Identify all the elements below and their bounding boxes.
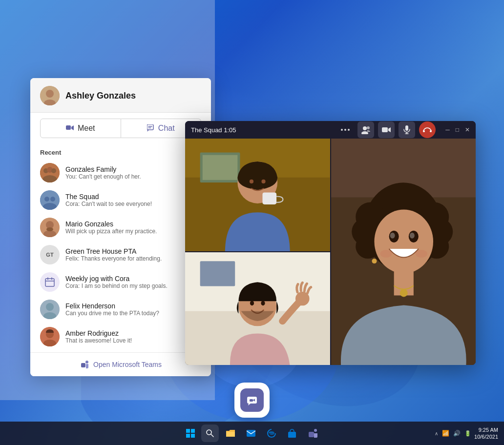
svg-rect-8: [66, 125, 71, 130]
svg-rect-44: [405, 125, 408, 131]
chat-name: Green Tree House PTA: [65, 247, 201, 255]
chat-content: Amber Rodriguez That is awesome! Love it…: [65, 329, 201, 344]
chat-content: The Squad Cora: Can't wait to see everyo…: [65, 193, 201, 207]
svg-point-79: [409, 233, 414, 239]
meet-tab-label: Meet: [78, 124, 95, 133]
svg-point-81: [380, 250, 392, 258]
video-titlebar: The Squad 1:05: [185, 121, 476, 139]
mic-button[interactable]: [399, 121, 415, 138]
svg-point-94: [314, 429, 317, 432]
chat-icon: [147, 124, 154, 133]
chat-panel: Ashley Gonzales Meet Chat: [30, 78, 211, 376]
meet-icon: [66, 124, 74, 132]
svg-point-6: [46, 90, 54, 98]
svg-rect-43: [382, 127, 388, 132]
meet-tab[interactable]: Meet: [40, 119, 121, 138]
chat-content: Gonzales Family You: Can't get enough of…: [65, 165, 201, 180]
svg-rect-47: [423, 130, 425, 132]
video-call-window: The Squad 1:05: [185, 121, 476, 365]
svg-point-39: [348, 129, 350, 131]
chat-content: Felix Henderson Can you drive me to the …: [65, 302, 201, 317]
chat-preview: Can you drive me to the PTA today?: [65, 310, 201, 317]
taskbar-edge-button[interactable]: [263, 425, 280, 442]
taskbar-center: [183, 425, 321, 442]
chat-preview: Will pick up pizza after my practice.: [65, 228, 201, 235]
maximize-button[interactable]: □: [456, 126, 459, 133]
camera-button[interactable]: [378, 121, 395, 138]
chat-preview: Felix: Thanks everyone for attending.: [65, 255, 201, 262]
taskbar-teams-button[interactable]: [304, 425, 321, 442]
taskbar-clock[interactable]: 9:25 AM 10/6/2021: [474, 426, 498, 441]
svg-point-63: [261, 301, 265, 305]
taskbar-explorer-button[interactable]: [222, 425, 239, 442]
chat-name: Gonzales Family: [65, 165, 201, 173]
video-cell-1: [185, 139, 330, 251]
video-title: The Squad 1:05: [191, 126, 236, 134]
close-button[interactable]: ✕: [465, 126, 470, 133]
list-item[interactable]: Felix Henderson Can you drive me to the …: [40, 296, 201, 323]
svg-rect-91: [247, 430, 255, 437]
chat-content: Weekly jog with Cora Cora: I am so behin…: [65, 275, 201, 289]
chat-preview: Cora: I am so behind on my step goals.: [65, 283, 201, 289]
svg-rect-88: [191, 434, 195, 438]
taskbar: ∧ 📶 🔊 🔋 9:25 AM 10/6/2021: [0, 422, 504, 445]
chat-content: Green Tree House PTA Felix: Thanks every…: [65, 247, 201, 262]
chat-preview: Cora: Can't wait to see everyone!: [65, 201, 201, 207]
list-item[interactable]: Weekly jog with Cora Cora: I am so behin…: [40, 268, 201, 296]
list-item[interactable]: Gonzales Family You: Can't get enough of…: [40, 159, 201, 186]
volume-icon[interactable]: 🔊: [453, 430, 461, 437]
chevron-icon[interactable]: ∧: [435, 431, 438, 436]
svg-point-78: [390, 233, 395, 239]
svg-point-62: [250, 301, 254, 305]
svg-line-90: [211, 434, 213, 437]
svg-point-40: [363, 126, 367, 130]
svg-rect-35: [81, 363, 85, 367]
teams-logo-icon: [80, 360, 89, 369]
taskbar-mail-button[interactable]: [242, 425, 260, 442]
network-icon[interactable]: 📶: [442, 430, 449, 437]
chat-name: Mario Gonzales: [65, 220, 201, 228]
taskbar-search-button[interactable]: [201, 425, 219, 442]
window-controls: ─ □ ✕: [445, 126, 470, 133]
svg-rect-52: [203, 155, 238, 180]
people-button[interactable]: [357, 121, 374, 138]
teams-icon-inner: [240, 388, 264, 412]
end-call-button[interactable]: [419, 121, 436, 138]
system-tray: ∧ 📶 🔊 🔋: [435, 430, 471, 437]
avatar: [40, 190, 60, 210]
taskbar-store-button[interactable]: [283, 425, 301, 442]
svg-point-82: [415, 250, 427, 258]
svg-point-18: [44, 197, 49, 202]
teams-toast-icon[interactable]: [234, 383, 270, 418]
taskbar-windows-button[interactable]: [183, 425, 198, 441]
more-options-button[interactable]: [337, 121, 354, 138]
svg-rect-85: [186, 429, 190, 433]
svg-rect-9: [147, 124, 153, 130]
video-cell-3: [331, 139, 476, 365]
user-display-name: Ashley Gonzales: [65, 91, 136, 101]
chat-panel-header: Ashley Gonzales: [30, 78, 211, 113]
date-display: 10/6/2021: [474, 433, 498, 440]
list-item[interactable]: The Squad Cora: Can't wait to see everyo…: [40, 186, 201, 214]
avatar: [40, 218, 60, 237]
svg-point-37: [341, 129, 343, 131]
svg-point-36: [85, 361, 88, 364]
list-item[interactable]: Mario Gonzales Will pick up pizza after …: [40, 214, 201, 241]
svg-point-56: [261, 180, 265, 183]
open-teams-button[interactable]: Open Microsoft Teams: [30, 352, 211, 376]
svg-point-80: [372, 259, 377, 263]
minimize-button[interactable]: ─: [445, 126, 450, 133]
chat-preview: That is awesome! Love it!: [65, 337, 201, 344]
svg-point-19: [50, 197, 55, 202]
svg-point-38: [344, 129, 346, 131]
battery-icon[interactable]: 🔋: [464, 430, 471, 437]
list-item[interactable]: GT Green Tree House PTA Felix: Thanks ev…: [40, 241, 201, 268]
svg-point-24: [46, 227, 53, 231]
svg-point-73: [374, 210, 433, 274]
list-item[interactable]: Amber Rodriguez That is awesome! Love it…: [40, 323, 201, 350]
svg-point-42: [367, 126, 370, 129]
chat-name: Felix Henderson: [65, 302, 201, 310]
svg-rect-54: [262, 192, 276, 204]
avatar: [40, 300, 60, 319]
avatar: [40, 163, 60, 182]
